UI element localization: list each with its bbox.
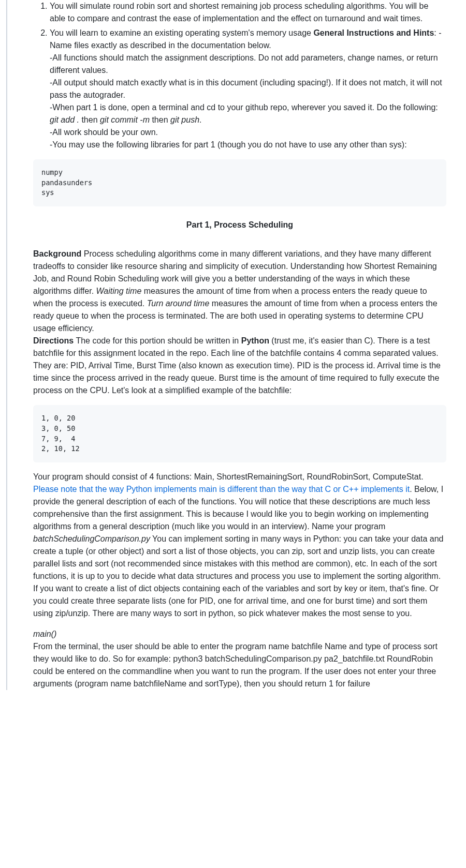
directions-label: Directions <box>33 336 74 345</box>
li2-line4a: -When part 1 is done, open a terminal an… <box>50 103 438 112</box>
list-item-1-text: You will simulate round robin sort and s… <box>50 2 428 23</box>
then1: then <box>79 115 100 124</box>
func-text3: You can implement sorting in many ways i… <box>33 534 443 618</box>
python-bold: Python <box>241 336 269 345</box>
list-item-2: You will learn to examine an existing op… <box>50 27 446 151</box>
part1-heading: Part 1, Process Scheduling <box>33 219 446 231</box>
then2: then <box>150 115 170 124</box>
li2-line6: -You may use the following libraries for… <box>50 140 407 149</box>
main-text: From the terminal, the user should be ab… <box>33 642 438 688</box>
libraries-code-block: numpy pandasunders sys <box>33 159 446 206</box>
main-title: main() <box>33 630 56 638</box>
li2-bold: General Instructions and Hints <box>313 28 434 37</box>
intro-list: You will simulate round robin sort and s… <box>33 0 446 151</box>
dir-text1: The code for this portion should be writ… <box>74 336 241 345</box>
python-main-link[interactable]: Please note that the way Python implemen… <box>33 485 410 493</box>
li2-line2: -All functions should match the assignme… <box>50 53 438 74</box>
functions-paragraph: Your program should consist of 4 functio… <box>33 471 446 620</box>
batchfile-code-block: 1, 0, 20 3, 0, 50 7, 9, 4 2, 10, 12 <box>33 405 446 462</box>
li2-line5: -All work should be your own. <box>50 128 158 137</box>
turnaround-time-term: Turn around time <box>147 299 210 308</box>
background-paragraph: Background Process scheduling algorithms… <box>33 248 446 397</box>
program-filename: batchSchedulingComparison.py <box>33 534 150 543</box>
main-paragraph: main() From the terminal, the user shoul… <box>33 628 446 690</box>
git-push-cmd: git push <box>170 115 199 124</box>
document-container: You will simulate round robin sort and s… <box>6 0 466 690</box>
period: . <box>199 115 201 124</box>
li2-line3: -All output should match exactly what is… <box>50 78 442 99</box>
func-text1: Your program should consist of 4 functio… <box>33 472 424 481</box>
waiting-time-term: Waiting time <box>96 287 142 295</box>
list-item-1: You will simulate round robin sort and s… <box>50 0 446 25</box>
git-add-cmd: git add . <box>50 115 79 124</box>
li2-lead: You will learn to examine an existing op… <box>50 28 313 37</box>
git-commit-cmd: git commit -m <box>100 115 150 124</box>
background-label: Background <box>33 249 81 258</box>
